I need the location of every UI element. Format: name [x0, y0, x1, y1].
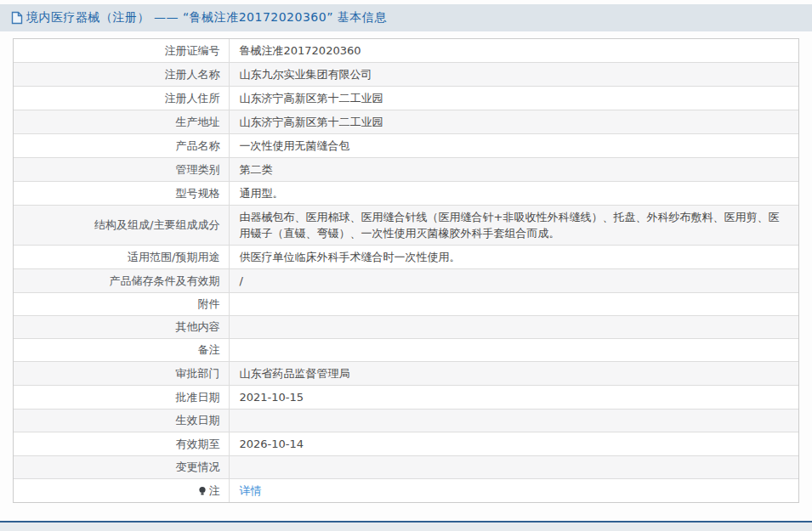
row-value-cell	[229, 410, 798, 432]
row-label: 批准日期	[176, 390, 220, 405]
row-label: 注册证编号	[165, 43, 220, 59]
row-value-cell: /	[229, 269, 798, 293]
bulb-icon	[198, 486, 207, 496]
row-label-cell: 适用范围/预期用途	[14, 246, 229, 269]
row-label: 生效日期	[176, 413, 220, 428]
row-label-cell: 生产地址	[14, 110, 229, 134]
row-value-cell: 第二类	[229, 158, 798, 182]
row-value-cell: 山东济宁高新区第十二工业园	[229, 87, 798, 110]
row-label: 生产地址	[176, 115, 220, 130]
row-label: 适用范围/预期用途	[128, 250, 219, 265]
row-value: 2021-10-15	[240, 391, 304, 404]
row-label-cell: 型号规格	[14, 182, 229, 206]
row-label-cell: 有效期至	[14, 432, 229, 456]
document-icon	[11, 11, 23, 25]
row-label-cell: 审批部门	[14, 362, 229, 386]
row-value-cell: 供医疗单位临床外科手术缝合时一次性使用。	[229, 246, 798, 269]
table-row: 注册人名称山东九尔实业集团有限公司	[14, 63, 798, 87]
row-label-cell: 管理类别	[14, 158, 229, 182]
row-label-cell: 结构及组成/主要组成成分	[14, 206, 229, 246]
row-value: 山东省药品监督管理局	[240, 367, 350, 380]
registration-info-table: 注册证编号鲁械注准20172020360注册人名称山东九尔实业集团有限公司注册人…	[13, 38, 799, 503]
row-value-cell: 由器械包布、医用棉球、医用缝合针线（医用缝合针+非吸收性外科缝线）、托盘、外科纱…	[229, 206, 798, 246]
row-label-cell: 附件	[14, 293, 229, 316]
table-row: 适用范围/预期用途供医疗单位临床外科手术缝合时一次性使用。	[14, 246, 798, 269]
row-value: 第二类	[240, 163, 273, 176]
row-value-cell	[229, 316, 798, 339]
row-label: 型号规格	[176, 186, 220, 201]
row-label-cell: 注册证编号	[14, 39, 229, 63]
row-label-cell: 其他内容	[14, 316, 229, 339]
row-label-cell: 注	[14, 479, 229, 503]
row-value-cell: 山东九尔实业集团有限公司	[229, 63, 798, 87]
row-value: 山东九尔实业集团有限公司	[240, 68, 372, 81]
row-value-cell: 一次性使用无菌缝合包	[229, 134, 798, 158]
table-row: 有效期至2026-10-14	[14, 432, 798, 456]
row-value: /	[240, 274, 243, 287]
row-label-cell: 注册人名称	[14, 63, 229, 87]
row-value: 山东济宁高新区第十二工业园	[240, 116, 383, 128]
row-label: 审批部门	[176, 366, 220, 381]
details-link[interactable]: 详情	[240, 484, 262, 497]
row-label-cell: 产品名称	[14, 134, 229, 158]
row-label: 备注	[198, 342, 220, 358]
table-row: 生效日期	[14, 410, 798, 432]
row-label-cell: 产品储存条件及有效期	[14, 269, 229, 293]
row-value: 2026-10-14	[240, 438, 304, 450]
row-label: 注	[209, 483, 220, 499]
row-label: 产品名称	[176, 138, 220, 154]
row-label: 注册人住所	[165, 91, 220, 106]
row-value-cell: 鲁械注准20172020360	[229, 39, 798, 63]
table-row: 注册人住所山东济宁高新区第十二工业园	[14, 87, 798, 110]
page-title: 境内医疗器械（注册） —— “鲁械注准20172020360” 基本信息	[26, 10, 387, 25]
row-value: 供医疗单位临床外科手术缝合时一次性使用。	[240, 251, 461, 263]
row-value-cell: 山东济宁高新区第十二工业园	[229, 110, 798, 134]
row-value-cell: 2021-10-15	[229, 386, 798, 410]
row-label: 有效期至	[176, 437, 220, 452]
row-value: 由器械包布、医用棉球、医用缝合针线（医用缝合针+非吸收性外科缝线）、托盘、外科纱…	[240, 211, 780, 240]
table-row: 注册证编号鲁械注准20172020360	[14, 39, 798, 63]
row-label-cell: 注册人住所	[14, 87, 229, 110]
row-value: 一次性使用无菌缝合包	[240, 139, 350, 152]
table-row: 备注	[14, 339, 798, 362]
row-value-cell: 详情	[229, 479, 798, 503]
row-label: 附件	[198, 297, 220, 312]
table-row: 型号规格通用型。	[14, 182, 798, 206]
page-header: 境内医疗器械（注册） —— “鲁械注准20172020360” 基本信息	[0, 4, 812, 31]
row-value-cell: 通用型。	[229, 182, 798, 206]
table-row: 其他内容	[14, 316, 798, 339]
row-value: 山东济宁高新区第十二工业园	[240, 92, 383, 105]
table-row: 批准日期2021-10-15	[14, 386, 798, 410]
row-label: 变更情况	[176, 460, 220, 475]
row-value-cell	[229, 293, 798, 316]
row-value-cell: 山东省药品监督管理局	[229, 362, 798, 386]
row-value: 鲁械注准20172020360	[240, 44, 361, 57]
row-value: 通用型。	[240, 187, 284, 200]
row-label-cell: 批准日期	[14, 386, 229, 410]
row-value-cell	[229, 456, 798, 479]
row-value-cell	[229, 339, 798, 362]
row-label: 其他内容	[176, 319, 220, 335]
row-label-cell: 备注	[14, 339, 229, 362]
row-label: 结构及组成/主要组成成分	[94, 217, 219, 233]
row-value-cell: 2026-10-14	[229, 432, 798, 456]
table-row: 管理类别第二类	[14, 158, 798, 182]
row-label-cell: 变更情况	[14, 456, 229, 479]
table-row: 注详情	[14, 479, 798, 503]
table-row: 产品名称一次性使用无菌缝合包	[14, 134, 798, 158]
table-row: 结构及组成/主要组成成分由器械包布、医用棉球、医用缝合针线（医用缝合针+非吸收性…	[14, 206, 798, 246]
table-row: 生产地址山东济宁高新区第十二工业园	[14, 110, 798, 134]
table-row: 附件	[14, 293, 798, 316]
footer-bar	[0, 521, 812, 531]
row-label: 管理类别	[176, 162, 220, 178]
row-label-cell: 生效日期	[14, 410, 229, 432]
row-label: 注册人名称	[165, 67, 220, 82]
table-row: 审批部门山东省药品监督管理局	[14, 362, 798, 386]
row-label: 产品储存条件及有效期	[110, 274, 220, 289]
table-row: 产品储存条件及有效期/	[14, 269, 798, 293]
table-row: 变更情况	[14, 456, 798, 479]
